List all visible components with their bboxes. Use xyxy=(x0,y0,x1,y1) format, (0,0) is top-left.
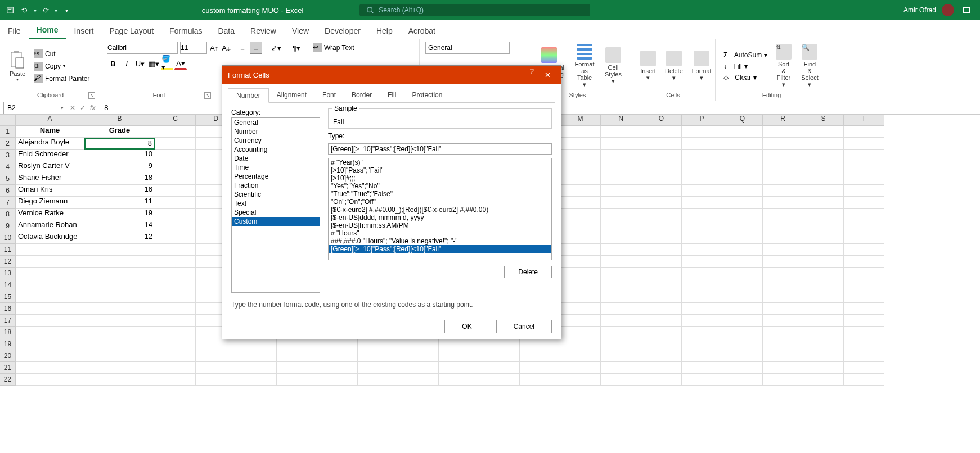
cell-D22[interactable] xyxy=(196,374,236,386)
type-item[interactable]: "On";"On";"Off" xyxy=(329,198,551,206)
col-header-B[interactable]: B xyxy=(84,115,155,126)
cell-B20[interactable] xyxy=(84,350,155,362)
cell-K22[interactable] xyxy=(479,374,520,386)
row-header-8[interactable]: 8 xyxy=(0,209,16,220)
cell-C14[interactable] xyxy=(155,279,196,291)
cell-M12[interactable] xyxy=(560,256,601,268)
cell-Q15[interactable] xyxy=(722,291,763,303)
cell-T17[interactable] xyxy=(844,315,884,327)
type-item[interactable]: [$€-x-euro2] #,##0.00_);[Red]([$€-x-euro… xyxy=(329,206,551,214)
cell-R12[interactable] xyxy=(763,256,803,268)
format-cells-button[interactable]: Format▾ xyxy=(689,49,715,83)
type-input[interactable] xyxy=(328,143,552,155)
format-as-table-button[interactable]: Format as Table▾ xyxy=(570,43,599,89)
row-header-16[interactable]: 16 xyxy=(0,303,16,315)
cell-Q9[interactable] xyxy=(722,220,763,232)
type-item[interactable]: [>10]"Pass";"Fail" xyxy=(329,166,551,174)
category-currency[interactable]: Currency xyxy=(232,136,320,145)
find-select-button[interactable]: 🔍Find & Select▾ xyxy=(798,43,822,89)
cell-P11[interactable] xyxy=(682,244,722,256)
cell-A10[interactable]: Octavia Buckridge xyxy=(16,232,84,244)
cell-C6[interactable] xyxy=(155,185,196,197)
cell-F19[interactable] xyxy=(277,338,317,350)
cell-A21[interactable] xyxy=(16,362,84,374)
cell-T4[interactable] xyxy=(844,161,884,173)
tab-file[interactable]: File xyxy=(0,23,29,39)
cell-O1[interactable] xyxy=(641,126,682,138)
cell-Q18[interactable] xyxy=(722,327,763,338)
cell-M3[interactable] xyxy=(560,150,601,161)
col-header-P[interactable]: P xyxy=(682,115,722,126)
align-middle-icon[interactable]: ≡ xyxy=(236,42,249,54)
cell-T22[interactable] xyxy=(844,374,884,386)
cell-N4[interactable] xyxy=(601,161,641,173)
cell-M5[interactable] xyxy=(560,173,601,185)
cell-O2[interactable] xyxy=(641,138,682,150)
row-header-6[interactable]: 6 xyxy=(0,185,16,197)
dialog-tab-border[interactable]: Border xyxy=(344,88,380,102)
cell-E22[interactable] xyxy=(236,374,277,386)
tab-formulas[interactable]: Formulas xyxy=(161,23,210,39)
row-header-18[interactable]: 18 xyxy=(0,327,16,338)
cell-A16[interactable] xyxy=(16,303,84,315)
cell-O16[interactable] xyxy=(641,303,682,315)
underline-button[interactable]: U▾ xyxy=(134,57,146,70)
cell-B5[interactable]: 18 xyxy=(84,173,155,185)
cell-Q10[interactable] xyxy=(722,232,763,244)
cell-N8[interactable] xyxy=(601,209,641,220)
cell-S3[interactable] xyxy=(803,150,844,161)
cell-S18[interactable] xyxy=(803,327,844,338)
cell-R11[interactable] xyxy=(763,244,803,256)
cell-A17[interactable] xyxy=(16,315,84,327)
cell-M10[interactable] xyxy=(560,232,601,244)
cell-R18[interactable] xyxy=(763,327,803,338)
cell-M2[interactable] xyxy=(560,138,601,150)
cell-C11[interactable] xyxy=(155,244,196,256)
col-header-N[interactable]: N xyxy=(601,115,641,126)
cell-J19[interactable] xyxy=(439,338,479,350)
number-format-select[interactable] xyxy=(425,42,510,54)
user-name[interactable]: Amir Ofrad xyxy=(903,6,936,14)
cell-R14[interactable] xyxy=(763,279,803,291)
cell-D21[interactable] xyxy=(196,362,236,374)
cell-J22[interactable] xyxy=(439,374,479,386)
cell-B18[interactable] xyxy=(84,327,155,338)
cell-P19[interactable] xyxy=(682,338,722,350)
cell-N3[interactable] xyxy=(601,150,641,161)
cell-S17[interactable] xyxy=(803,315,844,327)
cell-P13[interactable] xyxy=(682,268,722,279)
cell-B12[interactable] xyxy=(84,256,155,268)
tab-view[interactable]: View xyxy=(284,23,317,39)
cell-R16[interactable] xyxy=(763,303,803,315)
cell-R5[interactable] xyxy=(763,173,803,185)
cell-M7[interactable] xyxy=(560,197,601,209)
cell-N19[interactable] xyxy=(601,338,641,350)
text-direction-icon[interactable]: ¶▾ xyxy=(290,42,303,54)
cell-P8[interactable] xyxy=(682,209,722,220)
type-item[interactable]: # "Hours" xyxy=(329,229,551,237)
cell-Q4[interactable] xyxy=(722,161,763,173)
cell-D20[interactable] xyxy=(196,350,236,362)
cell-N2[interactable] xyxy=(601,138,641,150)
col-header-R[interactable]: R xyxy=(763,115,803,126)
font-launcher[interactable]: ↘ xyxy=(204,92,211,99)
cell-M9[interactable] xyxy=(560,220,601,232)
font-name-select[interactable] xyxy=(107,42,178,54)
cell-N7[interactable] xyxy=(601,197,641,209)
search-input[interactable]: Search (Alt+Q) xyxy=(359,4,590,16)
cell-A3[interactable]: Enid Schroeder xyxy=(16,150,84,161)
cell-T6[interactable] xyxy=(844,185,884,197)
dialog-close-icon[interactable]: ✕ xyxy=(540,67,555,83)
font-size-select[interactable] xyxy=(180,42,207,54)
cell-O14[interactable] xyxy=(641,279,682,291)
cell-S21[interactable] xyxy=(803,362,844,374)
cancel-formula-icon[interactable]: ✕ xyxy=(70,104,75,112)
tab-developer[interactable]: Developer xyxy=(317,23,368,39)
font-color-button[interactable]: A▾ xyxy=(174,57,187,70)
type-item[interactable]: "Yes";"Yes";"No" xyxy=(329,182,551,190)
cell-B16[interactable] xyxy=(84,303,155,315)
qat-customize-icon[interactable]: ▾ xyxy=(61,4,72,16)
col-header-T[interactable]: T xyxy=(844,115,884,126)
cell-S2[interactable] xyxy=(803,138,844,150)
cell-S6[interactable] xyxy=(803,185,844,197)
